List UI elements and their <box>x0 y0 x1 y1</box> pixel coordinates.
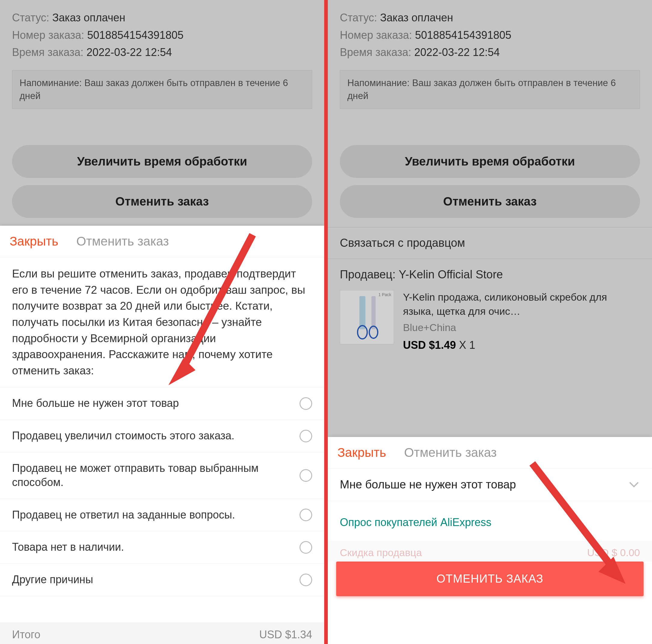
order-number-label: Номер заказа: <box>12 29 84 41</box>
order-time-label: Время заказа: <box>340 46 411 58</box>
reminder-box: Напоминание: Ваш заказ должен быть отпра… <box>12 70 312 109</box>
discount-row: Скидка продавца USD $ 0.00 <box>328 541 652 562</box>
reason-option[interactable]: Продавец увеличил стоимость этого заказа… <box>0 420 324 452</box>
product-price: USD $1.49 <box>403 339 456 351</box>
radio-icon <box>300 397 312 410</box>
order-number-value: 5018854154391805 <box>87 29 184 41</box>
discount-value: USD $ 0.00 <box>587 547 640 559</box>
extend-processing-button[interactable]: Увеличить время обработки <box>12 145 312 178</box>
cancel-order-cta-button[interactable]: ОТМЕНИТЬ ЗАКАЗ <box>336 562 644 596</box>
cancel-confirm-sheet: Закрыть Отменить заказ Мне больше не нуж… <box>328 437 652 644</box>
status-value: Заказ оплачен <box>52 11 126 24</box>
screens-divider <box>324 0 328 644</box>
seller-label: Продавец: <box>340 268 396 281</box>
extend-processing-button[interactable]: Увеличить время обработки <box>340 145 640 178</box>
sheet-title: Отменить заказ <box>404 445 497 460</box>
order-time-value: 2022-03-22 12:54 <box>414 46 500 58</box>
status-label: Статус: <box>340 11 377 24</box>
pack-label: 1 Pack <box>378 292 391 297</box>
footer-total: Итого USD $1.34 <box>0 622 324 644</box>
reason-text: Товара нет в наличии. <box>12 540 294 554</box>
order-info-block: Статус: Заказ оплачен Номер заказа: 5018… <box>0 0 324 67</box>
radio-icon <box>300 573 312 586</box>
survey-link[interactable]: Опрос покупателей AliExpress <box>328 501 652 541</box>
right-screen: Статус: Заказ оплачен Номер заказа: 5018… <box>328 0 652 644</box>
product-row[interactable]: 1 Pack Y-Kelin продажа, силиконовый скре… <box>328 284 652 359</box>
reason-text: Продавец не может отправить товар выбран… <box>12 461 294 490</box>
cancel-reason-sheet: Закрыть Отменить заказ Если вы решите от… <box>0 226 324 644</box>
reason-text: Продавец не ответил на заданные вопросы. <box>12 508 294 522</box>
sheet-description: Если вы решите отменить заказ, продавец … <box>0 257 324 387</box>
sheet-header: Закрыть Отменить заказ <box>0 226 324 257</box>
reason-option[interactable]: Товара нет в наличии. <box>0 531 324 564</box>
reminder-box: Напоминание: Ваш заказ должен быть отпра… <box>340 70 640 109</box>
reason-option[interactable]: Продавец не может отправить товар выбран… <box>0 452 324 499</box>
selected-reason-dropdown[interactable]: Мне больше не нужен этот товар <box>328 468 652 501</box>
total-label: Итого <box>12 628 40 641</box>
radio-icon <box>300 541 312 554</box>
order-number-value: 5018854154391805 <box>415 29 511 41</box>
reason-option[interactable]: Продавец не ответил на заданные вопросы. <box>0 499 324 532</box>
product-meta: Y-Kelin продажа, силиконовый скребок для… <box>403 290 640 353</box>
order-time-label: Время заказа: <box>12 46 84 58</box>
order-info-block: Статус: Заказ оплачен Номер заказа: 5018… <box>328 0 652 67</box>
svg-rect-4 <box>372 296 376 329</box>
left-screen: Статус: Заказ оплачен Номер заказа: 5018… <box>0 0 324 644</box>
selected-reason-text: Мне больше не нужен этот товар <box>340 478 516 491</box>
discount-label: Скидка продавца <box>340 547 422 559</box>
svg-rect-2 <box>359 296 365 329</box>
radio-icon <box>300 509 312 521</box>
reason-text: Другие причины <box>12 573 294 587</box>
reason-option[interactable]: Другие причины <box>0 564 324 596</box>
cancel-order-button[interactable]: Отменить заказ <box>340 185 640 218</box>
product-qty: X 1 <box>459 339 475 351</box>
reason-option[interactable]: Мне больше не нужен этот товар <box>0 387 324 420</box>
cancel-order-button[interactable]: Отменить заказ <box>12 185 312 218</box>
order-time-value: 2022-03-22 12:54 <box>87 46 172 58</box>
product-title: Y-Kelin продажа, силиконовый скребок для… <box>403 290 640 319</box>
sheet-title: Отменить заказ <box>76 234 169 249</box>
reason-text: Мне больше не нужен этот товар <box>12 396 294 410</box>
reason-text: Продавец увеличил стоимость этого заказа… <box>12 429 294 443</box>
status-value: Заказ оплачен <box>380 11 453 24</box>
status-label: Статус: <box>12 11 49 24</box>
chevron-down-icon <box>628 479 640 491</box>
radio-icon <box>300 430 312 442</box>
sheet-header: Закрыть Отменить заказ <box>328 437 652 468</box>
order-number-label: Номер заказа: <box>340 29 412 41</box>
product-variant: Blue+China <box>403 320 640 335</box>
seller-name: Y-Kelin Official Store <box>399 268 503 281</box>
total-value: USD $1.34 <box>259 628 312 641</box>
product-thumbnail: 1 Pack <box>340 290 394 344</box>
sheet-close-button[interactable]: Закрыть <box>337 445 386 460</box>
radio-icon <box>300 469 312 482</box>
sheet-close-button[interactable]: Закрыть <box>10 234 58 249</box>
contact-seller-link[interactable]: Связаться с продавцом <box>328 227 652 259</box>
seller-line: Продавец: Y-Kelin Official Store <box>328 259 652 284</box>
